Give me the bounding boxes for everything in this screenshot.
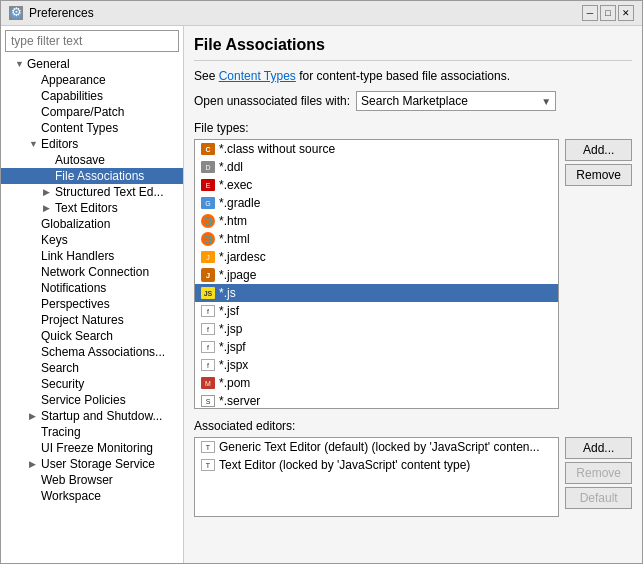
file-list-item[interactable]: M *.pom bbox=[195, 374, 558, 392]
tree-item-service-policies[interactable]: Service Policies bbox=[1, 392, 183, 408]
default-editor-button[interactable]: Default bbox=[565, 487, 632, 509]
associated-editors-label: Associated editors: bbox=[194, 419, 632, 433]
associated-editors-area: T Generic Text Editor (default) (locked … bbox=[194, 437, 632, 553]
file-type-icon: M bbox=[201, 376, 215, 390]
file-list-item[interactable]: S *.server bbox=[195, 392, 558, 409]
tree-item-search[interactable]: Search bbox=[1, 360, 183, 376]
content-types-line: See Content Types for content-type based… bbox=[194, 69, 632, 83]
tree-item-editors[interactable]: ▼ Editors bbox=[1, 136, 183, 152]
file-type-icon: f bbox=[201, 340, 215, 354]
filter-input[interactable] bbox=[5, 30, 179, 52]
tree-item-workspace[interactable]: Workspace bbox=[1, 488, 183, 504]
tree-item-general[interactable]: ▼ General bbox=[1, 56, 183, 72]
file-type-label: *.jardesc bbox=[219, 250, 266, 264]
tree-item-project-natures[interactable]: Project Natures bbox=[1, 312, 183, 328]
tree-item-user-storage[interactable]: ▶ User Storage Service bbox=[1, 456, 183, 472]
file-list[interactable]: C *.class without source D *.ddl E *.exe… bbox=[194, 139, 559, 409]
tree-label: Keys bbox=[41, 233, 68, 247]
open-unassociated-dropdown[interactable]: Search Marketplace ▼ bbox=[356, 91, 556, 111]
tree-label: Globalization bbox=[41, 217, 110, 231]
tree-item-compare-patch[interactable]: Compare/Patch bbox=[1, 104, 183, 120]
tree-item-network-connection[interactable]: Network Connection bbox=[1, 264, 183, 280]
file-list-item[interactable]: f *.jsp bbox=[195, 320, 558, 338]
tree-item-content-types[interactable]: Content Types bbox=[1, 120, 183, 136]
file-list-item[interactable]: E *.exec bbox=[195, 176, 558, 194]
tree-item-notifications[interactable]: Notifications bbox=[1, 280, 183, 296]
remove-editor-button[interactable]: Remove bbox=[565, 462, 632, 484]
editor-list-item[interactable]: T Text Editor (locked by 'JavaScript' co… bbox=[195, 456, 558, 474]
editor-list-item[interactable]: T Generic Text Editor (default) (locked … bbox=[195, 438, 558, 456]
tree-label: Tracing bbox=[41, 425, 81, 439]
file-list-item[interactable]: G *.gradle bbox=[195, 194, 558, 212]
file-list-item[interactable]: 🌐 *.htm bbox=[195, 212, 558, 230]
file-type-label: *.jspx bbox=[219, 358, 248, 372]
preferences-window: ⚙ Preferences ─ □ ✕ ▼ General bbox=[0, 0, 643, 564]
main-content: ▼ General Appearance Capabilities Compar… bbox=[1, 26, 642, 563]
file-types-area: C *.class without source D *.ddl E *.exe… bbox=[194, 139, 632, 409]
tree-item-perspectives[interactable]: Perspectives bbox=[1, 296, 183, 312]
tree-item-web-browser[interactable]: Web Browser bbox=[1, 472, 183, 488]
file-types-label: File types: bbox=[194, 121, 632, 135]
tree-item-ui-freeze[interactable]: UI Freeze Monitoring bbox=[1, 440, 183, 456]
tree-label: User Storage Service bbox=[41, 457, 155, 471]
file-list-item[interactable]: J *.jpage bbox=[195, 266, 558, 284]
minimize-button[interactable]: ─ bbox=[582, 5, 598, 21]
tree-label: Link Handlers bbox=[41, 249, 114, 263]
file-type-label: *.js bbox=[219, 286, 236, 300]
file-type-icon: D bbox=[201, 160, 215, 174]
tree-item-quick-search[interactable]: Quick Search bbox=[1, 328, 183, 344]
file-type-icon: S bbox=[201, 394, 215, 408]
tree-item-startup[interactable]: ▶ Startup and Shutdow... bbox=[1, 408, 183, 424]
file-list-item[interactable]: f *.jspx bbox=[195, 356, 558, 374]
expand-arrow: ▶ bbox=[43, 187, 53, 197]
svg-text:⚙: ⚙ bbox=[11, 6, 22, 19]
file-list-item[interactable]: f *.jspf bbox=[195, 338, 558, 356]
file-type-label: *.gradle bbox=[219, 196, 260, 210]
panel-title: File Associations bbox=[194, 36, 632, 61]
window-controls: ─ □ ✕ bbox=[582, 5, 634, 21]
close-button[interactable]: ✕ bbox=[618, 5, 634, 21]
tree-item-capabilities[interactable]: Capabilities bbox=[1, 88, 183, 104]
tree-item-security[interactable]: Security bbox=[1, 376, 183, 392]
tree-item-text-editors[interactable]: ▶ Text Editors bbox=[1, 200, 183, 216]
file-type-icon: J bbox=[201, 250, 215, 264]
add-editor-button[interactable]: Add... bbox=[565, 437, 632, 459]
tree-item-link-handlers[interactable]: Link Handlers bbox=[1, 248, 183, 264]
tree-item-file-associations[interactable]: File Associations bbox=[1, 168, 183, 184]
file-type-icon: J bbox=[201, 268, 215, 282]
file-type-buttons: Add... Remove bbox=[565, 139, 632, 409]
expand-arrow: ▼ bbox=[15, 59, 25, 69]
file-type-label: *.jsp bbox=[219, 322, 242, 336]
file-list-item[interactable]: C *.class without source bbox=[195, 140, 558, 158]
file-list-item[interactable]: D *.ddl bbox=[195, 158, 558, 176]
file-list-item[interactable]: 🌐 *.html bbox=[195, 230, 558, 248]
tree-item-keys[interactable]: Keys bbox=[1, 232, 183, 248]
content-types-link[interactable]: Content Types bbox=[219, 69, 296, 83]
maximize-button[interactable]: □ bbox=[600, 5, 616, 21]
tree-item-globalization[interactable]: Globalization bbox=[1, 216, 183, 232]
editor-label: Generic Text Editor (default) (locked by… bbox=[219, 440, 540, 454]
file-type-label: *.exec bbox=[219, 178, 252, 192]
file-list-item[interactable]: f *.jsf bbox=[195, 302, 558, 320]
tree-item-tracing[interactable]: Tracing bbox=[1, 424, 183, 440]
file-type-label: *.jsf bbox=[219, 304, 239, 318]
tree-item-appearance[interactable]: Appearance bbox=[1, 72, 183, 88]
tree-item-autosave[interactable]: Autosave bbox=[1, 152, 183, 168]
tree-label: Network Connection bbox=[41, 265, 149, 279]
tree-item-structured-text[interactable]: ▶ Structured Text Ed... bbox=[1, 184, 183, 200]
tree-label: Service Policies bbox=[41, 393, 126, 407]
associated-editors-list[interactable]: T Generic Text Editor (default) (locked … bbox=[194, 437, 559, 517]
left-panel: ▼ General Appearance Capabilities Compar… bbox=[1, 26, 184, 563]
remove-file-type-button[interactable]: Remove bbox=[565, 164, 632, 186]
add-file-type-button[interactable]: Add... bbox=[565, 139, 632, 161]
tree-item-schema-associations[interactable]: Schema Associations... bbox=[1, 344, 183, 360]
tree-label: Content Types bbox=[41, 121, 118, 135]
tree-scroll[interactable]: ▼ General Appearance Capabilities Compar… bbox=[1, 56, 183, 563]
file-list-item-js[interactable]: JS *.js bbox=[195, 284, 558, 302]
title-bar: ⚙ Preferences ─ □ ✕ bbox=[1, 1, 642, 26]
dropdown-arrow-icon: ▼ bbox=[541, 96, 551, 107]
right-panel: File Associations See Content Types for … bbox=[184, 26, 642, 563]
tree-label: Quick Search bbox=[41, 329, 113, 343]
editor-buttons: Add... Remove Default bbox=[565, 437, 632, 553]
file-list-item[interactable]: J *.jardesc bbox=[195, 248, 558, 266]
